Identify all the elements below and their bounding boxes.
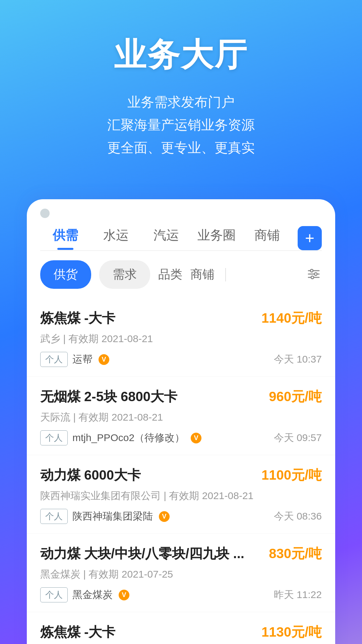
item-time: 今天 10:37 <box>274 353 322 366</box>
item-row3: 个人 黑金煤炭 V 昨天 11:22 <box>40 587 322 602</box>
filter-supply-button[interactable]: 供货 <box>40 260 91 289</box>
filter-category-label[interactable]: 品类 <box>158 266 182 283</box>
item-time: 今天 09:57 <box>274 431 322 445</box>
item-title: 炼焦煤 -大卡 <box>40 623 115 641</box>
item-price: 830元/吨 <box>269 544 322 563</box>
tag-personal: 个人 <box>40 509 68 524</box>
svg-point-3 <box>310 269 313 272</box>
tab-supply-demand[interactable]: 供需 <box>40 227 90 250</box>
list-item[interactable]: 无烟煤 2-5块 6800大卡 960元/吨 天际流 | 有效期 2021-08… <box>27 377 335 455</box>
item-title: 无烟煤 2-5块 6800大卡 <box>40 387 177 406</box>
item-meta: 武乡 | 有效期 2021-08-21 <box>40 332 322 346</box>
v-badge: V <box>191 433 201 443</box>
filter-shop-label[interactable]: 商铺 <box>190 266 215 283</box>
item-row3: 个人 mtjh_PPOco2（待修改） V 今天 09:57 <box>40 430 322 445</box>
tab-water-transport[interactable]: 水运 <box>90 227 141 250</box>
item-row3: 个人 陕西神瑞集团梁陆 V 今天 08:36 <box>40 509 322 524</box>
item-username: 运帮 <box>72 353 93 366</box>
tag-personal: 个人 <box>40 587 68 602</box>
v-badge: V <box>159 511 170 522</box>
filter-separator <box>225 268 226 281</box>
page-subtitle: 业务需求发布门户 汇聚海量产运销业务资源 更全面、更专业、更真实 <box>20 91 342 159</box>
v-badge: V <box>119 590 129 600</box>
item-time: 今天 08:36 <box>274 509 322 523</box>
filter-icon[interactable] <box>306 266 322 283</box>
subtitle-line3: 更全面、更专业、更真实 <box>20 136 342 159</box>
card-dot-row <box>27 199 335 218</box>
item-row3: 个人 运帮 V 今天 10:37 <box>40 352 322 367</box>
item-meta: 陕西神瑞实业集团有限公司 | 有效期 2021-08-21 <box>40 489 322 503</box>
subtitle-line1: 业务需求发布门户 <box>20 91 342 113</box>
item-price: 1130元/吨 <box>261 623 322 641</box>
item-title: 炼焦煤 -大卡 <box>40 309 115 327</box>
item-price: 1100元/吨 <box>261 466 322 484</box>
svg-point-5 <box>311 276 314 279</box>
item-price: 960元/吨 <box>269 387 322 406</box>
filter-row: 供货 需求 品类 商铺 <box>27 251 335 298</box>
tag-personal: 个人 <box>40 430 68 445</box>
main-card: 供需 水运 汽运 业务圈 商铺 + 供货 需求 品类 商铺 <box>27 199 335 644</box>
tab-shop[interactable]: 商铺 <box>242 227 292 250</box>
tag-personal: 个人 <box>40 352 68 367</box>
tab-business-circle[interactable]: 业务圈 <box>191 227 242 250</box>
item-username: mtjh_PPOco2（待修改） <box>72 431 185 445</box>
tab-road-transport[interactable]: 汽运 <box>141 227 191 250</box>
list-item[interactable]: 炼焦煤 -大卡 1140元/吨 武乡 | 有效期 2021-08-21 个人 运… <box>27 298 335 377</box>
card-dot <box>40 209 50 218</box>
svg-point-4 <box>314 273 317 275</box>
item-title: 动力煤 大块/中块/八零块/四九块 ... <box>40 544 244 563</box>
filter-demand-button[interactable]: 需求 <box>99 260 150 289</box>
item-meta: 天际流 | 有效期 2021-08-21 <box>40 411 322 424</box>
page-title: 业务大厅 <box>20 34 342 77</box>
list-item[interactable]: 动力煤 大块/中块/八零块/四九块 ... 830元/吨 黑金煤炭 | 有效期 … <box>27 534 335 612</box>
item-price: 1140元/吨 <box>261 309 322 327</box>
item-title: 动力煤 6000大卡 <box>40 466 141 484</box>
item-time: 昨天 11:22 <box>274 588 322 602</box>
subtitle-line2: 汇聚海量产运销业务资源 <box>20 113 342 136</box>
item-username: 陕西神瑞集团梁陆 <box>72 509 153 523</box>
item-list: 炼焦煤 -大卡 1140元/吨 武乡 | 有效期 2021-08-21 个人 运… <box>27 298 335 644</box>
item-username: 黑金煤炭 <box>72 588 113 602</box>
list-item[interactable]: 动力煤 6000大卡 1100元/吨 陕西神瑞实业集团有限公司 | 有效期 20… <box>27 455 335 534</box>
v-badge: V <box>99 354 109 365</box>
list-item[interactable]: 炼焦煤 -大卡 1130元/吨 武乡 | 有效期 2021-08-20 个人 运… <box>27 612 335 644</box>
nav-tabs: 供需 水运 汽运 业务圈 商铺 + <box>27 218 335 250</box>
page-header: 业务大厅 业务需求发布门户 汇聚海量产运销业务资源 更全面、更专业、更真实 <box>0 0 362 179</box>
add-button[interactable]: + <box>298 226 322 250</box>
item-meta: 黑金煤炭 | 有效期 2021-07-25 <box>40 568 322 581</box>
